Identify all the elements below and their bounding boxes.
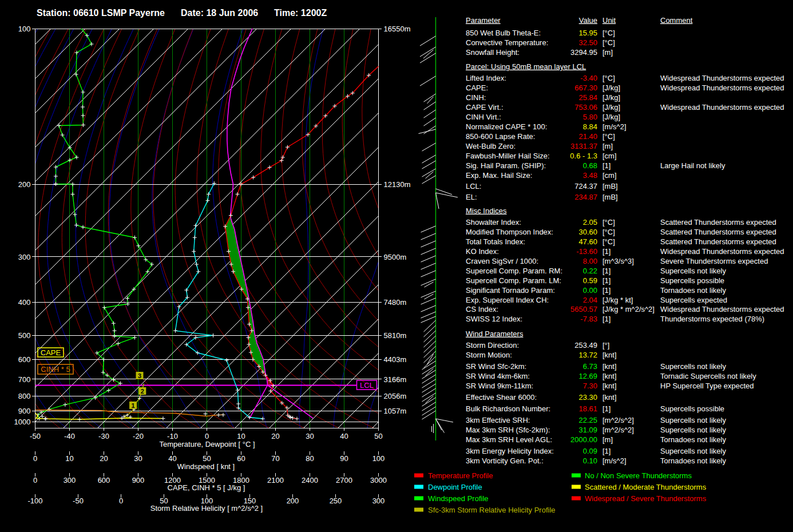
svg-text:100: 100 bbox=[18, 25, 31, 33]
svg-text:753.06: 753.06 bbox=[574, 103, 597, 112]
svg-text:Widespread Thunderstorms expec: Widespread Thunderstorms expected bbox=[660, 305, 784, 313]
svg-text:0: 0 bbox=[119, 497, 123, 505]
svg-text:[m]: [m] bbox=[602, 48, 613, 57]
svg-text:22.25: 22.25 bbox=[578, 416, 597, 424]
svg-text:CS Index:: CS Index: bbox=[466, 305, 498, 313]
svg-text:[1]: [1] bbox=[602, 267, 610, 275]
svg-text:70: 70 bbox=[271, 454, 279, 463]
svg-text:40: 40 bbox=[168, 454, 176, 463]
svg-text:Widespread Thunderstorms expec: Widespread Thunderstorms expected bbox=[660, 247, 784, 256]
svg-text:400: 400 bbox=[18, 298, 31, 307]
svg-text:-20: -20 bbox=[133, 432, 144, 440]
svg-text:Wet-Bulb Zero:: Wet-Bulb Zero: bbox=[466, 142, 516, 150]
svg-text:[J/kg]: [J/kg] bbox=[602, 93, 620, 102]
svg-text:-7.83: -7.83 bbox=[580, 315, 597, 323]
svg-text:Windspeed [ knt ]: Windspeed [ knt ] bbox=[177, 462, 235, 471]
svg-text:1000: 1000 bbox=[14, 418, 31, 426]
svg-text:15.95: 15.95 bbox=[578, 29, 597, 37]
svg-text:3km Energy Helicity Index:: 3km Energy Helicity Index: bbox=[466, 447, 554, 455]
svg-text:LCL:: LCL: bbox=[466, 182, 481, 190]
svg-text:850-600 Lapse Rate:: 850-600 Lapse Rate: bbox=[466, 132, 535, 141]
svg-text:Station: 06610 LSMP Payerne: Station: 06610 LSMP Payerne bbox=[37, 8, 165, 18]
svg-text:7480m: 7480m bbox=[384, 298, 407, 307]
svg-text:[m^3/s^3]: [m^3/s^3] bbox=[602, 257, 634, 265]
svg-text:Showalter Index:: Showalter Index: bbox=[466, 218, 521, 227]
svg-text:CAPE, CINH * 5 [ J/kg ]: CAPE, CINH * 5 [ J/kg ] bbox=[168, 483, 245, 492]
svg-text:Widespread Thunderstorms expec: Widespread Thunderstorms expected bbox=[660, 84, 784, 92]
svg-text:Scattered Thunderstorms expect: Scattered Thunderstorms expected bbox=[660, 218, 776, 227]
svg-text:600: 600 bbox=[18, 355, 31, 364]
svg-text:0.09: 0.09 bbox=[583, 447, 597, 455]
svg-text:Comment: Comment bbox=[660, 16, 693, 25]
svg-text:23.30: 23.30 bbox=[578, 393, 597, 402]
svg-text:Lifted Index:: Lifted Index: bbox=[466, 74, 506, 82]
svg-text:300: 300 bbox=[372, 497, 385, 505]
svg-text:[1]: [1] bbox=[602, 161, 610, 170]
svg-text:Modified Thompson Index:: Modified Thompson Index: bbox=[466, 228, 553, 236]
svg-text:8.00: 8.00 bbox=[583, 257, 597, 265]
svg-text:2.04: 2.04 bbox=[583, 296, 597, 304]
svg-text:10: 10 bbox=[65, 454, 73, 463]
svg-text:3km Vorticity Gen. Pot.:: 3km Vorticity Gen. Pot.: bbox=[466, 456, 544, 465]
svg-text:800: 800 bbox=[18, 392, 31, 400]
svg-text:SR Wind Sfc-2km:: SR Wind Sfc-2km: bbox=[466, 362, 526, 371]
svg-text:[knt]: [knt] bbox=[602, 393, 617, 402]
svg-text:Scattered / Moderate Thunderst: Scattered / Moderate Thunderstorms bbox=[585, 483, 707, 491]
svg-text:Thunderstorms expected (78%): Thunderstorms expected (78%) bbox=[660, 315, 764, 323]
svg-text:[knt]: [knt] bbox=[602, 372, 617, 380]
svg-text:[mB]: [mB] bbox=[602, 193, 618, 201]
svg-text:2400: 2400 bbox=[302, 476, 318, 485]
svg-text:[°C]: [°C] bbox=[602, 38, 615, 47]
svg-text:[cm]: [cm] bbox=[602, 152, 617, 160]
svg-text:[1]: [1] bbox=[602, 447, 610, 455]
svg-text:25.84: 25.84 bbox=[578, 93, 597, 102]
svg-text:-13.60: -13.60 bbox=[576, 247, 597, 256]
svg-text:[J/kg]: [J/kg] bbox=[602, 113, 620, 121]
svg-text:Supercell Comp. Param. RM:: Supercell Comp. Param. RM: bbox=[466, 267, 562, 275]
svg-text:KO Index:: KO Index: bbox=[466, 247, 499, 256]
svg-text:[1]: [1] bbox=[602, 247, 610, 256]
svg-text:SWISS 12 Index:: SWISS 12 Index: bbox=[466, 315, 522, 323]
svg-text:Large Hail not likely: Large Hail not likely bbox=[660, 161, 725, 170]
svg-text:Temperature Profile: Temperature Profile bbox=[428, 471, 493, 480]
svg-text:Misc Indices: Misc Indices bbox=[466, 207, 507, 215]
svg-text:[1]: [1] bbox=[602, 286, 610, 295]
svg-text:Max 3km SRH Level AGL:: Max 3km SRH Level AGL: bbox=[466, 435, 552, 444]
svg-text:18.61: 18.61 bbox=[578, 404, 597, 413]
svg-text:Supercells expected: Supercells expected bbox=[660, 296, 727, 304]
svg-text:80: 80 bbox=[306, 454, 314, 463]
svg-text:6.73: 6.73 bbox=[583, 362, 597, 371]
svg-text:[m/s^2]: [m/s^2] bbox=[602, 122, 627, 131]
svg-text:Time: 1200Z: Time: 1200Z bbox=[274, 8, 327, 18]
svg-text:600: 600 bbox=[98, 476, 110, 485]
svg-text:Craven SigSvr / 1000:: Craven SigSvr / 1000: bbox=[466, 257, 538, 265]
svg-text:Unit: Unit bbox=[602, 16, 616, 25]
svg-text:No / Non Severe Thunderstorms: No / Non Severe Thunderstorms bbox=[585, 471, 692, 480]
svg-text:[J/kg * kt]: [J/kg * kt] bbox=[602, 296, 633, 304]
svg-text:13.72: 13.72 bbox=[578, 351, 597, 359]
svg-text:12130m: 12130m bbox=[384, 180, 411, 189]
svg-text:CINH:: CINH: bbox=[466, 93, 486, 102]
svg-text:1057m: 1057m bbox=[384, 407, 407, 415]
svg-text:HP Supercell Type expected: HP Supercell Type expected bbox=[660, 382, 754, 390]
svg-text:Tornadoes not likely: Tornadoes not likely bbox=[660, 456, 726, 465]
svg-text:Wind Parameters: Wind Parameters bbox=[466, 329, 524, 338]
svg-text:CAPE:: CAPE: bbox=[466, 84, 488, 92]
svg-text:[m]: [m] bbox=[602, 142, 613, 150]
svg-text:900: 900 bbox=[132, 476, 145, 485]
svg-text:[°C]: [°C] bbox=[602, 218, 615, 227]
svg-text:[1]: [1] bbox=[602, 404, 610, 413]
svg-text:Tornadoes not likely: Tornadoes not likely bbox=[660, 435, 726, 444]
svg-text:Fawbush-Miller Hail Size:: Fawbush-Miller Hail Size: bbox=[466, 152, 550, 160]
svg-text:60: 60 bbox=[237, 454, 245, 463]
svg-text:4403m: 4403m bbox=[384, 355, 407, 364]
svg-text:Storm Relative Helicity [ m^2/: Storm Relative Helicity [ m^2/s^2 ] bbox=[150, 504, 263, 513]
svg-text:16550m: 16550m bbox=[384, 25, 411, 33]
svg-text:100: 100 bbox=[372, 454, 385, 463]
svg-text:3166m: 3166m bbox=[384, 375, 407, 384]
svg-text:3000: 3000 bbox=[370, 476, 387, 485]
svg-text:0: 0 bbox=[33, 454, 37, 463]
svg-text:30: 30 bbox=[306, 432, 314, 440]
svg-text:[°]: [°] bbox=[602, 341, 609, 350]
svg-text:0: 0 bbox=[33, 476, 37, 485]
